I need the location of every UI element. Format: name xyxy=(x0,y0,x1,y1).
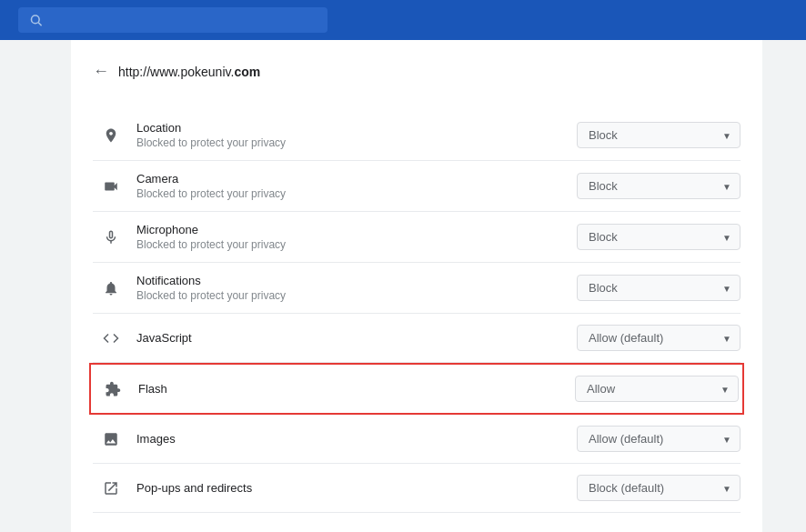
microphone-control: BlockAllowAsk (default)▼ xyxy=(577,224,741,250)
permission-row-flash: FlashBlockAllowAsk (default)▼ xyxy=(89,363,744,415)
notifications-text: NotificationsBlocked to protect your pri… xyxy=(129,274,577,302)
camera-title: Camera xyxy=(136,172,577,186)
images-icon xyxy=(93,431,129,447)
camera-icon xyxy=(93,178,129,195)
top-bar xyxy=(0,0,806,40)
camera-subtitle: Blocked to protect your privacy xyxy=(136,187,577,200)
search-box[interactable] xyxy=(18,7,327,33)
flash-control: BlockAllowAsk (default)▼ xyxy=(575,376,739,402)
location-subtitle: Blocked to protect your privacy xyxy=(136,136,577,149)
popups-text: Pop-ups and redirects xyxy=(129,481,577,495)
search-icon xyxy=(29,13,43,27)
flash-title: Flash xyxy=(138,382,575,396)
notifications-control: BlockAllowAsk (default)▼ xyxy=(577,275,741,301)
javascript-icon xyxy=(93,330,129,346)
notifications-select[interactable]: BlockAllowAsk (default) xyxy=(577,275,741,301)
microphone-subtitle: Blocked to protect your privacy xyxy=(136,238,577,251)
permissions-list: LocationBlocked to protect your privacyB… xyxy=(93,110,741,513)
site-url: http://www.pokeuniv.com xyxy=(118,65,260,79)
main-content: ← http://www.pokeuniv.com LocationBlocke… xyxy=(71,40,762,532)
permission-row-notifications: NotificationsBlocked to protect your pri… xyxy=(93,263,741,314)
notifications-icon xyxy=(93,280,129,296)
location-icon xyxy=(93,127,129,144)
svg-point-0 xyxy=(31,15,39,24)
permission-row-microphone: MicrophoneBlocked to protect your privac… xyxy=(93,212,741,263)
search-input[interactable] xyxy=(50,13,317,27)
popups-control: Block (default)Allow▼ xyxy=(577,475,741,501)
permission-row-camera: CameraBlocked to protect your privacyBlo… xyxy=(93,161,741,212)
flash-text: Flash xyxy=(131,382,575,396)
permission-row-javascript: JavaScriptBlockAllow (default)▼ xyxy=(93,314,741,363)
location-select[interactable]: BlockAllowAsk (default) xyxy=(577,122,741,148)
microphone-title: Microphone xyxy=(136,223,577,236)
site-url-bold: com xyxy=(234,65,260,79)
images-title: Images xyxy=(136,432,577,446)
location-text: LocationBlocked to protect your privacy xyxy=(129,121,577,149)
camera-select[interactable]: BlockAllowAsk (default) xyxy=(577,173,741,199)
javascript-title: JavaScript xyxy=(136,331,577,345)
svg-line-1 xyxy=(38,23,41,25)
javascript-text: JavaScript xyxy=(129,331,577,345)
camera-control: BlockAllowAsk (default)▼ xyxy=(577,173,741,199)
permission-row-popups: Pop-ups and redirectsBlock (default)Allo… xyxy=(93,464,741,513)
javascript-control: BlockAllow (default)▼ xyxy=(577,325,741,351)
images-control: BlockAllow (default)▼ xyxy=(577,426,741,452)
popups-icon xyxy=(93,480,129,497)
popups-select[interactable]: Block (default)Allow xyxy=(577,475,741,501)
microphone-text: MicrophoneBlocked to protect your privac… xyxy=(129,223,577,251)
notifications-title: Notifications xyxy=(136,274,577,287)
camera-text: CameraBlocked to protect your privacy xyxy=(129,172,577,200)
flash-select[interactable]: BlockAllowAsk (default) xyxy=(575,376,739,402)
back-arrow-icon[interactable]: ← xyxy=(93,62,109,81)
popups-title: Pop-ups and redirects xyxy=(136,481,577,495)
images-text: Images xyxy=(129,432,577,446)
back-navigation: ← http://www.pokeuniv.com xyxy=(93,55,741,88)
location-title: Location xyxy=(136,121,577,135)
location-control: BlockAllowAsk (default)▼ xyxy=(577,122,741,148)
notifications-subtitle: Blocked to protect your privacy xyxy=(136,289,577,302)
microphone-icon xyxy=(93,229,129,246)
images-select[interactable]: BlockAllow (default) xyxy=(577,426,741,452)
flash-icon xyxy=(95,381,131,397)
microphone-select[interactable]: BlockAllowAsk (default) xyxy=(577,224,741,250)
javascript-select[interactable]: BlockAllow (default) xyxy=(577,325,741,351)
permission-row-location: LocationBlocked to protect your privacyB… xyxy=(93,110,741,161)
permission-row-images: ImagesBlockAllow (default)▼ xyxy=(93,415,741,464)
